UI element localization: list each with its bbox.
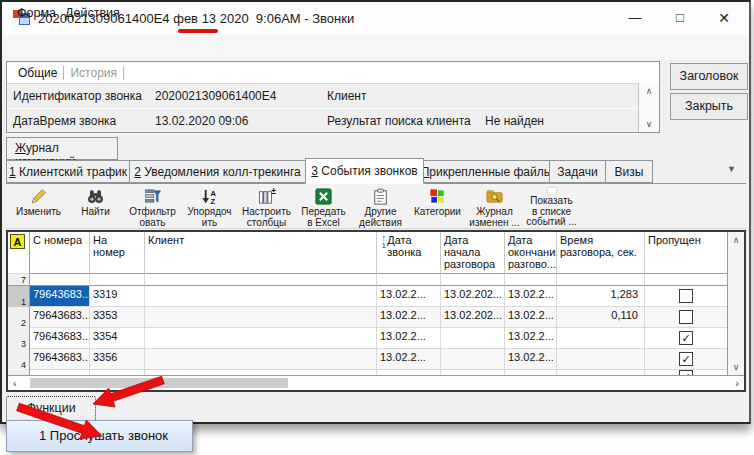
tab-overflow-dropdown-icon[interactable]: ▼ [727,164,736,174]
col-header-data-nachala[interactable]: Дата начала разговора [441,232,505,274]
cell-missed[interactable] [645,307,727,328]
cell-client[interactable] [145,328,377,349]
col-header-vremya-razgovora[interactable]: Время разговора, сек. [557,232,645,274]
missed-checkbox[interactable] [679,289,693,303]
filter-cell[interactable] [377,274,441,286]
cell-duration[interactable] [557,328,645,349]
cell-duration[interactable] [557,349,645,370]
cell-to-number[interactable]: 3354 [90,328,145,349]
zhurnal-izmeneniy-button[interactable]: Журнал изменен ... [466,185,523,228]
table-corner-cell[interactable]: A [8,232,30,274]
cell-talk-start[interactable]: 13.02.202... [441,307,505,328]
cell-client[interactable] [145,349,377,370]
zagolovok-button[interactable]: Заголовок [670,63,748,90]
cell-call-date[interactable]: 13.02.2... [377,307,441,328]
filter-cell[interactable] [441,274,505,286]
tab-zadachi[interactable]: Задачи [549,160,606,183]
cell-from-number[interactable]: 79643683... [30,307,90,328]
cell-to-number[interactable]: 3356 [90,349,145,370]
row-number-cell[interactable]: 4 [8,349,30,370]
cell-from-number[interactable]: 79643683... [30,349,90,370]
scroll-up-icon[interactable]: ∧ [733,235,740,245]
filter-cell[interactable] [30,274,90,286]
col-header-data-okonchaniya[interactable]: Дата окончания разгово... [505,232,557,274]
row-number-cell[interactable]: 2 [8,307,30,328]
field-value-search-result[interactable]: Не найден [485,114,544,128]
scroll-left-icon[interactable]: ‹ [13,376,17,390]
tab-prikreplennye-fayly[interactable]: Прикрепленные файлы [423,160,550,183]
pokazat-v-spiske-button[interactable]: Показать в списке событий ... [523,185,580,228]
filter-cell[interactable] [145,274,377,286]
cell-call-date[interactable]: 13.02.2... [377,286,441,307]
cell-talk-end[interactable]: 13.02.2... [505,349,557,370]
tab-klientskiy-trafik[interactable]: 1 Клиентский трафик [6,160,130,183]
col-header-propuschen[interactable]: Пропущен [645,232,727,274]
row-number-cell[interactable]: 1 [8,286,30,307]
otfiltrovat-button[interactable]: Отфильтр овать [124,185,181,228]
cell-call-date[interactable]: 13.02.2... [377,349,441,370]
field-value-call-id[interactable]: 2020021309061400E4 [155,89,276,103]
maximize-button[interactable]: □ [662,7,698,29]
header-fields: Идентификатор звонка 2020021309061400E4 … [7,83,638,132]
scroll-right-icon[interactable]: › [735,376,739,390]
scroll-down-icon[interactable]: ∨ [646,119,653,129]
nastroit-stolbtsy-button[interactable]: ± Настроить столбцы [238,185,295,228]
izmenit-button[interactable]: Изменить [10,185,67,228]
menu-forma[interactable]: Форма [12,4,61,22]
col-header-na-nomer[interactable]: На номер [90,232,145,274]
zakryt-button[interactable]: Закрыть [670,93,748,120]
cell-missed[interactable] [645,286,727,307]
tab-vizy[interactable]: Визы [605,160,653,183]
horizontal-scrollbar[interactable]: ‹ › [8,375,744,390]
col-header-data-zvonka[interactable]: ↑1Дата звонка [377,232,441,274]
funktsii-button[interactable]: Функции [6,396,96,421]
tab-sobytiya-zvonkov[interactable]: 3 События звонков [305,158,424,184]
cell-talk-start[interactable] [441,328,505,349]
col-header-s-nomera[interactable]: С номера [30,232,90,274]
filter-cell[interactable] [645,274,727,286]
missed-checkbox[interactable]: ✓ [679,331,693,345]
close-button[interactable]: ✕ [706,7,742,29]
drugie-deystviya-button[interactable]: Другие действия [352,185,409,228]
minimize-button[interactable]: — [617,7,653,29]
tab-zhurnal-izmeneniy[interactable]: Журнал изменений [6,137,118,160]
missed-checkbox[interactable] [679,310,693,324]
cell-from-number[interactable]: 79643683... [30,328,90,349]
cell-talk-end[interactable]: 13.02.2... [505,286,557,307]
kategorii-button[interactable]: Категории [409,185,466,228]
cell-talk-start[interactable]: 13.02.202... [441,286,505,307]
cell-from-number[interactable]: 79643683... [30,286,90,307]
scroll-up-icon[interactable]: ∧ [646,86,653,96]
scrollbar-thumb[interactable] [30,378,288,388]
peredat-v-excel-button[interactable]: Передать в Excel [295,185,352,228]
cell-talk-start[interactable] [441,349,505,370]
scroll-down-icon[interactable]: ∨ [733,362,740,372]
col-header-klient[interactable]: Клиент [145,232,377,274]
menu-deystviya[interactable]: Действия [60,4,125,22]
cell-client[interactable] [145,286,377,307]
filter-cell[interactable] [90,274,145,286]
row-number-cell[interactable]: 3 [8,328,30,349]
cell-call-date[interactable]: 13.02.2... [377,328,441,349]
cell-duration[interactable]: 0,110 [557,307,645,328]
cell-talk-end[interactable]: 13.02.2... [505,328,557,349]
filter-cell[interactable] [557,274,645,286]
tab-uvedomleniya-koll-trekinga[interactable]: 2 Уведомления колл-трекинга [129,160,306,183]
cell-client[interactable] [145,307,377,328]
field-value-call-datetime[interactable]: 13.02.2020 09:06 [155,114,248,128]
fields-scroll-strip[interactable]: ∧ ∨ [638,83,659,132]
uporyadochit-button[interactable]: AZ Упорядоч ить [181,185,238,228]
missed-checkbox[interactable]: ✓ [679,352,693,366]
cell-to-number[interactable]: 3319 [90,286,145,307]
cell-to-number[interactable]: 3353 [90,307,145,328]
menu-item-proslushat-zvonok[interactable]: 1 Прослушать звонок [7,421,192,451]
vertical-scrollbar[interactable]: ∧ ∨ [727,232,744,375]
cell-duration[interactable]: 1,283 [557,286,645,307]
cell-talk-end[interactable]: 13.02.2... [505,307,557,328]
tab-istoriya[interactable]: История [64,66,123,80]
tab-obschie[interactable]: Общие [12,66,63,80]
cell-missed[interactable]: ✓ [645,328,727,349]
filter-cell[interactable] [505,274,557,286]
cell-missed[interactable]: ✓ [645,349,727,370]
nayti-button[interactable]: Найти [67,185,124,228]
